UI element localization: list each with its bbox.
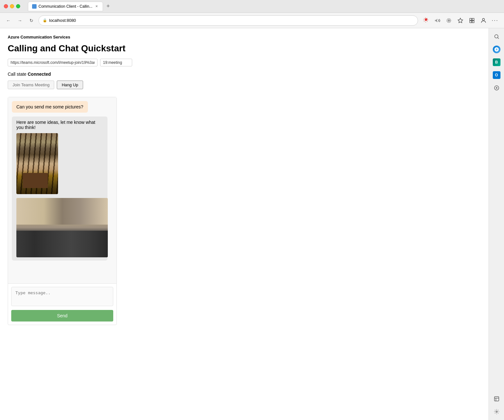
address-bar: ← → ↻ 🔒 bbox=[0, 13, 504, 28]
notification-badge bbox=[425, 18, 427, 21]
bing-icon: B bbox=[493, 58, 500, 66]
living-room-visual bbox=[16, 133, 58, 194]
meeting-url-input[interactable] bbox=[8, 59, 98, 66]
extensions-button[interactable] bbox=[421, 15, 431, 26]
tab-bar: Communication Client - Callin... ✕ + bbox=[25, 2, 500, 11]
forward-button[interactable]: → bbox=[15, 16, 24, 25]
tab-close-icon[interactable]: ✕ bbox=[94, 4, 99, 8]
address-input[interactable] bbox=[49, 18, 414, 23]
svg-point-2 bbox=[447, 19, 451, 22]
page-title: Calling and Chat Quickstart bbox=[8, 43, 481, 54]
living-room-image bbox=[16, 133, 58, 194]
sidebar-outlook-button[interactable]: O bbox=[491, 69, 502, 81]
sidebar-search-button[interactable] bbox=[491, 31, 502, 42]
immersive-reader-button[interactable] bbox=[444, 15, 454, 26]
new-tab-button[interactable]: + bbox=[104, 3, 112, 10]
message-input[interactable] bbox=[11, 287, 113, 306]
sidebar-copilot-button[interactable] bbox=[491, 44, 502, 55]
profile-button[interactable] bbox=[478, 15, 489, 26]
back-button[interactable]: ← bbox=[4, 16, 13, 25]
titlebar: Communication Client - Callin... ✕ + bbox=[0, 0, 504, 13]
more-options-button[interactable]: ··· bbox=[490, 15, 500, 26]
svg-point-7 bbox=[483, 18, 485, 21]
send-button[interactable]: Send bbox=[11, 310, 113, 321]
call-state-label: Call state bbox=[8, 72, 26, 77]
outlook-icon: O bbox=[493, 71, 500, 79]
svg-rect-5 bbox=[470, 21, 472, 22]
chat-messages: Can you send me some pictures? Here are … bbox=[8, 97, 116, 283]
image-grid bbox=[16, 133, 103, 257]
collections-button[interactable] bbox=[467, 15, 477, 26]
minimize-button[interactable] bbox=[10, 4, 14, 8]
call-state-value: Connected bbox=[28, 72, 51, 77]
browser-content: Azure Communication Services Calling and… bbox=[0, 28, 489, 420]
tab-favicon-icon bbox=[32, 4, 37, 9]
meeting-name-input[interactable] bbox=[100, 59, 132, 66]
meeting-inputs bbox=[8, 59, 481, 66]
sent-message-text: Here are some ideas, let me know what yo… bbox=[16, 120, 103, 130]
read-aloud-button[interactable] bbox=[432, 15, 442, 26]
received-message: Can you send me some pictures? bbox=[12, 101, 88, 113]
refresh-button[interactable]: ↻ bbox=[27, 16, 36, 25]
sidebar-layout-button[interactable] bbox=[491, 393, 502, 405]
tab-title: Communication Client - Callin... bbox=[38, 4, 92, 9]
toolbar-icons: ··· bbox=[421, 15, 500, 26]
maximize-button[interactable] bbox=[16, 4, 20, 8]
svg-point-8 bbox=[495, 35, 498, 38]
browser-layout: Azure Communication Services Calling and… bbox=[0, 28, 504, 420]
sidebar-add-button[interactable] bbox=[491, 82, 502, 94]
svg-point-1 bbox=[448, 20, 450, 21]
sidebar-bing-button[interactable]: B bbox=[491, 56, 502, 68]
call-state-display: Call state Connected bbox=[8, 72, 481, 77]
close-button[interactable] bbox=[4, 4, 8, 8]
hangup-button[interactable]: Hang Up bbox=[57, 81, 83, 89]
received-message-text: Can you send me some pictures? bbox=[16, 104, 83, 109]
chat-input-area: Send bbox=[8, 283, 116, 325]
favorites-button[interactable] bbox=[455, 15, 466, 26]
kitchen-visual bbox=[16, 198, 108, 257]
right-sidebar: B O bbox=[489, 28, 504, 420]
action-buttons: Join Teams Meeting Hang Up bbox=[8, 81, 481, 89]
sent-message: Here are some ideas, let me know what yo… bbox=[12, 116, 107, 261]
kitchen-image bbox=[16, 198, 108, 257]
chat-container: Can you send me some pictures? Here are … bbox=[8, 97, 117, 325]
svg-rect-6 bbox=[472, 21, 474, 22]
address-input-wrapper[interactable]: 🔒 bbox=[38, 15, 418, 26]
svg-point-11 bbox=[496, 411, 497, 413]
svg-rect-4 bbox=[472, 18, 474, 20]
copilot-icon bbox=[493, 46, 500, 53]
active-tab[interactable]: Communication Client - Callin... ✕ bbox=[28, 2, 103, 11]
sidebar-settings-button[interactable] bbox=[491, 406, 502, 417]
svg-rect-3 bbox=[470, 18, 472, 20]
traffic-lights bbox=[4, 4, 20, 8]
svg-rect-10 bbox=[494, 397, 499, 401]
page-brand: Azure Communication Services bbox=[8, 35, 481, 39]
join-meeting-button[interactable]: Join Teams Meeting bbox=[8, 81, 54, 89]
lock-icon: 🔒 bbox=[43, 18, 47, 22]
